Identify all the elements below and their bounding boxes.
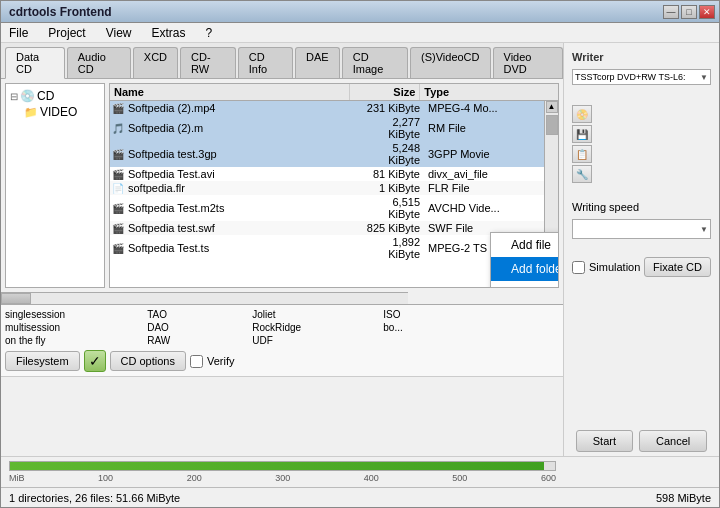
tab-video-dvd[interactable]: Video DVD: [493, 47, 563, 78]
table-row[interactable]: 🎵 Softpedia (2).m 2,277 KiByte RM File: [110, 115, 544, 141]
verify-label: Verify: [207, 355, 235, 367]
start-button[interactable]: Start: [576, 430, 633, 452]
simulation-row: Simulation: [572, 261, 640, 274]
file-type: AVCHD Vide...: [424, 202, 544, 214]
right-spacer: [572, 285, 711, 422]
file-name: Softpedia Test.ts: [126, 242, 354, 254]
writing-speed-label: Writing speed: [572, 201, 711, 213]
tree-video-folder[interactable]: 📁 VIDEO: [24, 104, 100, 120]
file-type: 3GPP Movie: [424, 148, 544, 160]
col-type-header: Type: [420, 84, 544, 100]
file-icon: 🎬: [110, 149, 126, 160]
progress-fill: [10, 462, 544, 470]
writer-icon-row: 📀: [572, 105, 711, 123]
progress-area: MiB 100 200 300 400 500 600: [1, 456, 719, 487]
table-row[interactable]: 🎬 Softpedia Test.m2ts 6,515 KiByte AVCHD…: [110, 195, 544, 221]
panel-content: ⊟ 💿 CD 📁 VIDEO Name Size: [1, 79, 563, 292]
verify-checkbox[interactable]: [190, 355, 203, 368]
tab-dae[interactable]: DAE: [295, 47, 340, 78]
file-size: 1 KiByte: [354, 182, 424, 194]
session-col5b: [485, 322, 559, 333]
progress-label-5: 500: [452, 473, 467, 483]
session-single: singlesession: [5, 309, 139, 320]
h-scrollbar[interactable]: [1, 292, 408, 304]
session-iso: ISO: [383, 309, 477, 320]
file-name: Softpedia (2).mp4: [126, 102, 354, 114]
cd-icon: 💿: [20, 89, 35, 103]
table-row[interactable]: 🎬 Softpedia Test.ts 1,892 KiByte MPEG-2 …: [110, 235, 544, 261]
menu-extras[interactable]: Extras: [148, 26, 190, 40]
simulation-checkbox[interactable]: [572, 261, 585, 274]
session-udf: UDF: [252, 335, 375, 346]
menu-project[interactable]: Project: [44, 26, 89, 40]
table-row[interactable]: 🎬 Softpedia test.swf 825 KiByte SWF File: [110, 221, 544, 235]
writer-icon-row-4: 🔧: [572, 165, 711, 183]
checkmark-button[interactable]: ✓: [84, 350, 106, 372]
menu-file[interactable]: File: [5, 26, 32, 40]
menu-bar: File Project View Extras ?: [1, 23, 719, 43]
table-row[interactable]: 🎬 Softpedia test.3gp 5,248 KiByte 3GPP M…: [110, 141, 544, 167]
menu-help[interactable]: ?: [202, 26, 217, 40]
writer-icon-row-2: 💾: [572, 125, 711, 143]
menu-view[interactable]: View: [102, 26, 136, 40]
writer-icon-btn-2[interactable]: 💾: [572, 125, 592, 143]
tab-cd-rw[interactable]: CD-RW: [180, 47, 236, 78]
title-bar: cdrtools Frontend — □ ✕: [1, 1, 719, 23]
file-size: 825 KiByte: [354, 222, 424, 234]
tab-cd-info[interactable]: CD Info: [238, 47, 293, 78]
writer-device: TSSTcorp DVD+RW TS-L6:: [575, 72, 700, 82]
file-type: MPEG-4 Mo...: [424, 102, 544, 114]
table-row[interactable]: 🎬 Softpedia (2).mp4 231 KiByte MPEG-4 Mo…: [110, 101, 544, 115]
context-menu-new-folder[interactable]: New folder: [491, 281, 559, 288]
session-joliet: Joliet: [252, 309, 375, 320]
fixate-cd-button[interactable]: Fixate CD: [644, 257, 711, 277]
writer-icon-btn-4[interactable]: 🔧: [572, 165, 592, 183]
simulation-label: Simulation: [589, 261, 640, 273]
session-fly: on the fly: [5, 335, 139, 346]
writer-icon-btn-1[interactable]: 📀: [572, 105, 592, 123]
col-name-header: Name: [110, 84, 350, 100]
window-title: cdrtools Frontend: [9, 5, 112, 19]
file-icon: 📄: [110, 183, 126, 194]
verify-checkbox-group: Verify: [190, 355, 235, 368]
writer-select[interactable]: TSSTcorp DVD+RW TS-L6: ▼: [572, 69, 711, 85]
file-list-header: Name Size Type: [110, 84, 558, 101]
context-menu-add-file[interactable]: Add file: [491, 233, 559, 257]
context-menu-add-folder[interactable]: Add folder: [491, 257, 559, 281]
filesystem-button[interactable]: Filesystem: [5, 351, 80, 371]
file-size: 5,248 KiByte: [354, 142, 424, 166]
session-col5: [485, 309, 559, 320]
minimize-button[interactable]: —: [663, 5, 679, 19]
tree-view[interactable]: ⊟ 💿 CD 📁 VIDEO: [5, 83, 105, 288]
tab-xcd[interactable]: XCD: [133, 47, 178, 78]
main-window: cdrtools Frontend — □ ✕ File Project Vie…: [0, 0, 720, 508]
panel-buttons: Filesystem ✓ CD options Verify: [5, 350, 559, 372]
session-rockridge: RockRidge: [252, 322, 375, 333]
tab-data-cd[interactable]: Data CD: [5, 47, 65, 79]
file-name: Softpedia (2).m: [126, 122, 354, 134]
tab-cd-image[interactable]: CD Image: [342, 47, 408, 78]
close-button[interactable]: ✕: [699, 5, 715, 19]
window-controls: — □ ✕: [663, 5, 715, 19]
tree-cd-root[interactable]: ⊟ 💿 CD: [10, 88, 100, 104]
speed-select[interactable]: ▼: [572, 219, 711, 239]
tab-bar: Data CD Audio CD XCD CD-RW CD Info DAE C…: [1, 43, 563, 79]
table-row[interactable]: 📄 softpedia.flr 1 KiByte FLR File: [110, 181, 544, 195]
file-name: softpedia.flr: [126, 182, 354, 194]
file-list[interactable]: 🎬 Softpedia (2).mp4 231 KiByte MPEG-4 Mo…: [110, 101, 544, 287]
writer-icon-btn-3[interactable]: 📋: [572, 145, 592, 163]
file-name: Softpedia Test.avi: [126, 168, 354, 180]
progress-label-6: 600: [541, 473, 556, 483]
cancel-button[interactable]: Cancel: [639, 430, 707, 452]
table-row[interactable]: 🎬 Softpedia Test.avi 81 KiByte divx_avi_…: [110, 167, 544, 181]
cd-options-button[interactable]: CD options: [110, 351, 186, 371]
speed-dropdown-arrow-icon: ▼: [700, 225, 708, 234]
main-content: Data CD Audio CD XCD CD-RW CD Info DAE C…: [1, 43, 719, 456]
file-icon: 🎬: [110, 203, 126, 214]
col-size-header: Size: [350, 84, 420, 100]
h-scroll-thumb[interactable]: [1, 293, 31, 304]
file-size: 81 KiByte: [354, 168, 424, 180]
maximize-button[interactable]: □: [681, 5, 697, 19]
tab-svideocd[interactable]: (S)VideoCD: [410, 47, 491, 78]
tab-audio-cd[interactable]: Audio CD: [67, 47, 131, 78]
